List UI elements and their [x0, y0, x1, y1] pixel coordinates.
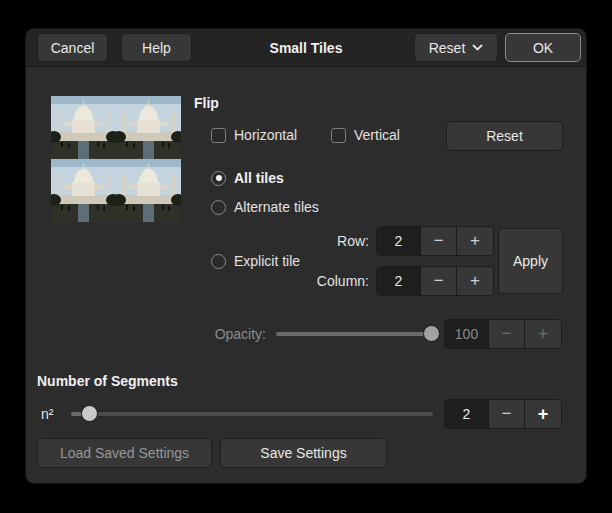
row-increment-button[interactable]: + [457, 227, 493, 255]
opacity-increment-button[interactable]: + [525, 320, 561, 348]
taj-mahal-tile-image [51, 96, 116, 159]
vertical-checkbox-box[interactable] [331, 128, 346, 143]
explicit-tile-radio-label: Explicit tile [234, 253, 300, 269]
row-decrement-button[interactable]: − [421, 227, 457, 255]
reset-dropdown-label: Reset [429, 40, 466, 56]
load-saved-settings-button[interactable]: Load Saved Settings [37, 438, 212, 468]
vertical-checkbox-label: Vertical [354, 127, 400, 143]
segments-param-label: n² [41, 399, 53, 429]
screen: Cancel Help Small Tiles Reset OK Flip Ho… [0, 0, 612, 513]
ok-button[interactable]: OK [505, 33, 581, 62]
opacity-decrement-button[interactable]: − [489, 320, 525, 348]
plus-icon: + [470, 271, 480, 291]
vertical-checkbox[interactable]: Vertical [331, 126, 400, 144]
horizontal-checkbox-label: Horizontal [234, 127, 297, 143]
all-tiles-radio-label: All tiles [234, 170, 284, 186]
segments-slider-handle[interactable] [81, 405, 98, 422]
row-label: Row: [306, 226, 369, 256]
opacity-label: Opacity: [146, 319, 266, 349]
minus-icon: − [434, 271, 444, 291]
small-tiles-dialog: Cancel Help Small Tiles Reset OK Flip Ho… [25, 28, 587, 484]
plus-icon: + [538, 324, 548, 344]
all-tiles-radio[interactable]: All tiles [211, 169, 284, 187]
explicit-tile-radio[interactable]: Explicit tile [211, 252, 300, 270]
segments-spinner: 2 − + [444, 399, 562, 429]
opacity-slider-fill [276, 332, 426, 336]
header-bar: Cancel Help Small Tiles Reset OK [26, 29, 586, 67]
opacity-spinner: 100 − + [444, 319, 562, 349]
column-increment-button[interactable]: + [457, 267, 493, 295]
row-spinner: 2 − + [376, 226, 494, 256]
segments-value-field[interactable]: 2 [445, 400, 489, 428]
save-settings-button[interactable]: Save Settings [220, 438, 387, 468]
row-value-field[interactable]: 2 [377, 227, 421, 255]
explicit-tile-radio-circle[interactable] [211, 254, 226, 269]
column-label: Column: [306, 266, 369, 296]
alternate-tiles-radio-label: Alternate tiles [234, 199, 319, 215]
column-value-field[interactable]: 2 [377, 267, 421, 295]
opacity-slider[interactable] [276, 319, 440, 349]
alternate-tiles-radio[interactable]: Alternate tiles [211, 198, 319, 216]
segments-slider-track [71, 412, 433, 416]
horizontal-checkbox[interactable]: Horizontal [211, 126, 297, 144]
apply-button[interactable]: Apply [498, 228, 563, 294]
help-button[interactable]: Help [121, 33, 192, 62]
reset-dropdown-button[interactable]: Reset [414, 33, 498, 62]
minus-icon: − [434, 231, 444, 251]
opacity-slider-handle[interactable] [423, 325, 440, 342]
segments-increment-button[interactable]: + [525, 400, 561, 428]
plus-icon: + [470, 231, 480, 251]
plus-icon: + [538, 404, 549, 425]
segments-slider[interactable] [71, 399, 433, 429]
taj-mahal-tile-image [116, 159, 181, 222]
taj-mahal-tile-image [51, 159, 116, 222]
alternate-tiles-radio-circle[interactable] [211, 200, 226, 215]
segments-decrement-button[interactable]: − [489, 400, 525, 428]
dialog-title: Small Tiles [26, 29, 586, 66]
column-spinner: 2 − + [376, 266, 494, 296]
chevron-down-icon [472, 44, 483, 51]
all-tiles-radio-circle[interactable] [211, 171, 226, 186]
flip-reset-button[interactable]: Reset [446, 121, 563, 151]
taj-mahal-tile-image [116, 96, 181, 159]
flip-section-label: Flip [194, 95, 219, 111]
segments-section-label: Number of Segments [37, 373, 178, 389]
minus-icon: − [502, 404, 512, 424]
minus-icon: − [502, 324, 512, 344]
tile-preview-image [51, 96, 181, 222]
opacity-value-field[interactable]: 100 [445, 320, 489, 348]
column-decrement-button[interactable]: − [421, 267, 457, 295]
cancel-button[interactable]: Cancel [37, 33, 108, 62]
horizontal-checkbox-box[interactable] [211, 128, 226, 143]
